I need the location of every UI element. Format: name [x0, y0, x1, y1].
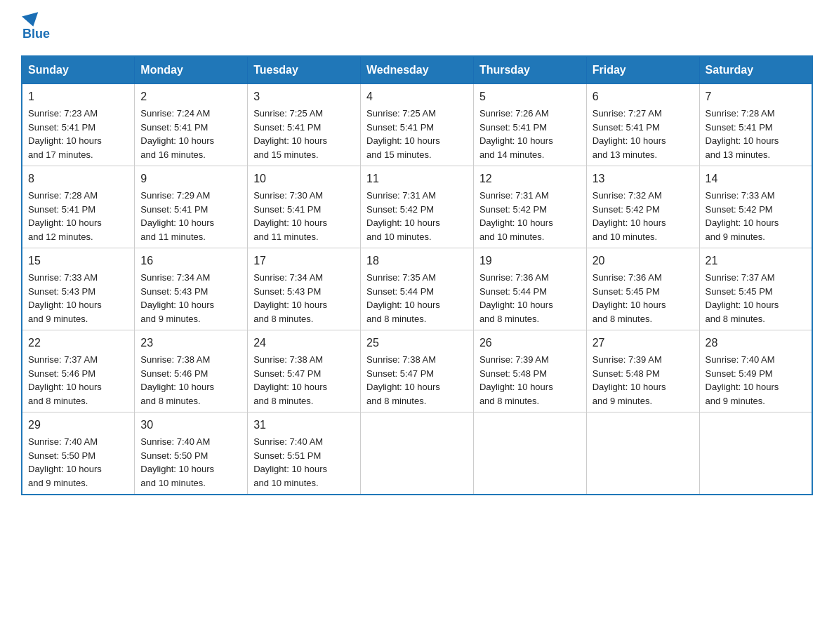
- day-number: 24: [253, 335, 355, 351]
- calendar-cell: 22Sunrise: 7:37 AMSunset: 5:46 PMDayligh…: [22, 330, 135, 412]
- day-number: 27: [593, 335, 694, 351]
- calendar-cell: 24Sunrise: 7:38 AMSunset: 5:47 PMDayligh…: [248, 330, 361, 412]
- calendar-cell: 30Sunrise: 7:40 AMSunset: 5:50 PMDayligh…: [135, 412, 248, 495]
- day-number: 16: [140, 253, 241, 269]
- calendar-cell: 23Sunrise: 7:38 AMSunset: 5:46 PMDayligh…: [135, 330, 248, 412]
- calendar-week-row: 22Sunrise: 7:37 AMSunset: 5:46 PMDayligh…: [22, 330, 812, 412]
- calendar-cell: [473, 412, 586, 495]
- calendar-cell: 15Sunrise: 7:33 AMSunset: 5:43 PMDayligh…: [22, 248, 135, 330]
- calendar-cell: 8Sunrise: 7:28 AMSunset: 5:41 PMDaylight…: [22, 166, 135, 248]
- day-number: 21: [706, 253, 806, 269]
- calendar-cell: 9Sunrise: 7:29 AMSunset: 5:41 PMDaylight…: [135, 166, 248, 248]
- day-info: Sunrise: 7:28 AMSunset: 5:41 PMDaylight:…: [706, 108, 779, 160]
- calendar-cell: 27Sunrise: 7:39 AMSunset: 5:48 PMDayligh…: [586, 330, 699, 412]
- day-number: 2: [140, 88, 241, 105]
- calendar-cell: 16Sunrise: 7:34 AMSunset: 5:43 PMDayligh…: [135, 248, 248, 330]
- calendar-cell: 7Sunrise: 7:28 AMSunset: 5:41 PMDaylight…: [699, 84, 812, 166]
- day-info: Sunrise: 7:28 AMSunset: 5:41 PMDaylight:…: [28, 190, 102, 242]
- day-number: 23: [140, 335, 241, 351]
- day-number: 25: [366, 335, 468, 351]
- calendar-cell: 3Sunrise: 7:25 AMSunset: 5:41 PMDaylight…: [248, 84, 361, 166]
- calendar-cell: 11Sunrise: 7:31 AMSunset: 5:42 PMDayligh…: [361, 166, 474, 248]
- day-number: 9: [140, 170, 241, 187]
- calendar-cell: [361, 412, 474, 495]
- day-info: Sunrise: 7:33 AMSunset: 5:42 PMDaylight:…: [706, 190, 779, 242]
- calendar-cell: 18Sunrise: 7:35 AMSunset: 5:44 PMDayligh…: [361, 248, 474, 330]
- day-number: 13: [593, 170, 694, 187]
- day-info: Sunrise: 7:40 AMSunset: 5:51 PMDaylight:…: [253, 436, 327, 488]
- day-info: Sunrise: 7:37 AMSunset: 5:46 PMDaylight:…: [28, 354, 102, 406]
- day-info: Sunrise: 7:38 AMSunset: 5:47 PMDaylight:…: [366, 354, 440, 406]
- day-info: Sunrise: 7:39 AMSunset: 5:48 PMDaylight:…: [593, 354, 666, 406]
- calendar-cell: 31Sunrise: 7:40 AMSunset: 5:51 PMDayligh…: [248, 412, 361, 495]
- day-info: Sunrise: 7:39 AMSunset: 5:48 PMDaylight:…: [479, 354, 553, 406]
- day-info: Sunrise: 7:26 AMSunset: 5:41 PMDaylight:…: [479, 108, 553, 160]
- day-info: Sunrise: 7:30 AMSunset: 5:41 PMDaylight:…: [253, 190, 327, 242]
- day-number: 18: [366, 253, 468, 269]
- day-number: 4: [366, 88, 468, 105]
- day-info: Sunrise: 7:31 AMSunset: 5:42 PMDaylight:…: [479, 190, 553, 242]
- calendar-week-row: 8Sunrise: 7:28 AMSunset: 5:41 PMDaylight…: [22, 166, 812, 248]
- logo-subtitle: Blue: [22, 27, 50, 41]
- day-number: 29: [28, 417, 128, 434]
- day-info: Sunrise: 7:29 AMSunset: 5:41 PMDaylight:…: [140, 190, 214, 242]
- day-number: 31: [253, 417, 355, 434]
- day-number: 8: [28, 170, 128, 187]
- calendar-cell: 2Sunrise: 7:24 AMSunset: 5:41 PMDaylight…: [135, 84, 248, 166]
- calendar-cell: 14Sunrise: 7:33 AMSunset: 5:42 PMDayligh…: [699, 166, 812, 248]
- logo: Blue: [21, 14, 50, 41]
- header-saturday: Saturday: [699, 56, 812, 84]
- header-friday: Friday: [586, 56, 699, 84]
- day-info: Sunrise: 7:40 AMSunset: 5:49 PMDaylight:…: [706, 354, 779, 406]
- day-number: 19: [479, 253, 581, 269]
- day-info: Sunrise: 7:25 AMSunset: 5:41 PMDaylight:…: [253, 108, 327, 160]
- calendar-week-row: 29Sunrise: 7:40 AMSunset: 5:50 PMDayligh…: [22, 412, 812, 495]
- calendar-cell: 29Sunrise: 7:40 AMSunset: 5:50 PMDayligh…: [22, 412, 135, 495]
- header-monday: Monday: [135, 56, 248, 84]
- calendar-cell: 19Sunrise: 7:36 AMSunset: 5:44 PMDayligh…: [473, 248, 586, 330]
- day-number: 6: [593, 88, 694, 105]
- day-number: 5: [479, 88, 581, 105]
- calendar-cell: 6Sunrise: 7:27 AMSunset: 5:41 PMDaylight…: [586, 84, 699, 166]
- day-number: 20: [593, 253, 694, 269]
- day-number: 7: [706, 88, 806, 105]
- day-info: Sunrise: 7:25 AMSunset: 5:41 PMDaylight:…: [366, 108, 440, 160]
- calendar-cell: 12Sunrise: 7:31 AMSunset: 5:42 PMDayligh…: [473, 166, 586, 248]
- calendar-cell: 5Sunrise: 7:26 AMSunset: 5:41 PMDaylight…: [473, 84, 586, 166]
- calendar-cell: 4Sunrise: 7:25 AMSunset: 5:41 PMDaylight…: [361, 84, 474, 166]
- calendar-cell: 13Sunrise: 7:32 AMSunset: 5:42 PMDayligh…: [586, 166, 699, 248]
- page-header: Blue: [21, 14, 813, 41]
- day-number: 15: [28, 253, 128, 269]
- calendar-week-row: 1Sunrise: 7:23 AMSunset: 5:41 PMDaylight…: [22, 84, 812, 166]
- header-thursday: Thursday: [473, 56, 586, 84]
- day-info: Sunrise: 7:37 AMSunset: 5:45 PMDaylight:…: [706, 272, 779, 324]
- calendar-cell: 10Sunrise: 7:30 AMSunset: 5:41 PMDayligh…: [248, 166, 361, 248]
- day-info: Sunrise: 7:24 AMSunset: 5:41 PMDaylight:…: [140, 108, 214, 160]
- calendar-cell: 21Sunrise: 7:37 AMSunset: 5:45 PMDayligh…: [699, 248, 812, 330]
- day-info: Sunrise: 7:38 AMSunset: 5:46 PMDaylight:…: [140, 354, 214, 406]
- day-info: Sunrise: 7:35 AMSunset: 5:44 PMDaylight:…: [366, 272, 440, 324]
- day-info: Sunrise: 7:34 AMSunset: 5:43 PMDaylight:…: [253, 272, 327, 324]
- header-sunday: Sunday: [22, 56, 135, 84]
- day-info: Sunrise: 7:27 AMSunset: 5:41 PMDaylight:…: [593, 108, 666, 160]
- day-number: 1: [28, 88, 128, 105]
- day-info: Sunrise: 7:31 AMSunset: 5:42 PMDaylight:…: [366, 190, 440, 242]
- day-info: Sunrise: 7:34 AMSunset: 5:43 PMDaylight:…: [140, 272, 214, 324]
- day-number: 12: [479, 170, 581, 187]
- day-info: Sunrise: 7:23 AMSunset: 5:41 PMDaylight:…: [28, 108, 102, 160]
- calendar-cell: 17Sunrise: 7:34 AMSunset: 5:43 PMDayligh…: [248, 248, 361, 330]
- calendar-cell: 25Sunrise: 7:38 AMSunset: 5:47 PMDayligh…: [361, 330, 474, 412]
- day-info: Sunrise: 7:33 AMSunset: 5:43 PMDaylight:…: [28, 272, 102, 324]
- day-number: 30: [140, 417, 241, 434]
- header-wednesday: Wednesday: [361, 56, 474, 84]
- day-info: Sunrise: 7:40 AMSunset: 5:50 PMDaylight:…: [28, 436, 102, 488]
- header-tuesday: Tuesday: [248, 56, 361, 84]
- day-number: 28: [706, 335, 806, 351]
- day-info: Sunrise: 7:38 AMSunset: 5:47 PMDaylight:…: [253, 354, 327, 406]
- calendar-cell: 28Sunrise: 7:40 AMSunset: 5:49 PMDayligh…: [699, 330, 812, 412]
- calendar-cell: 26Sunrise: 7:39 AMSunset: 5:48 PMDayligh…: [473, 330, 586, 412]
- calendar-cell: [586, 412, 699, 495]
- day-info: Sunrise: 7:32 AMSunset: 5:42 PMDaylight:…: [593, 190, 666, 242]
- calendar-cell: [699, 412, 812, 495]
- day-number: 3: [253, 88, 355, 105]
